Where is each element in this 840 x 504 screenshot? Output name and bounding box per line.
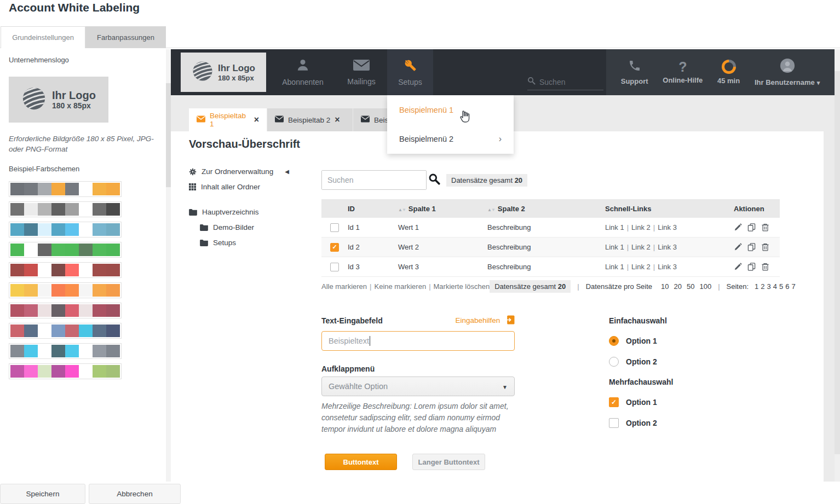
copy-icon[interactable] <box>747 263 756 271</box>
checkbox-option-1[interactable]: Option 1 <box>609 397 657 407</box>
insert-page-icon[interactable] <box>505 315 515 326</box>
cancel-button[interactable]: Abbrechen <box>89 484 181 504</box>
nav-item-setups[interactable]: Setups <box>387 49 433 95</box>
page-number[interactable]: 1 <box>755 282 758 291</box>
radio-option-2[interactable]: Option 2 <box>609 357 657 367</box>
color-scheme-row[interactable] <box>9 242 122 258</box>
page-number[interactable]: 3 <box>767 282 771 291</box>
radio-icon[interactable] <box>609 357 619 367</box>
per-page-option[interactable]: 100 <box>699 282 711 291</box>
row-checkbox[interactable] <box>330 243 339 252</box>
color-swatch <box>65 325 79 337</box>
nav-item-abonnenten[interactable]: Abonnenten <box>278 49 327 95</box>
copy-icon[interactable] <box>747 243 756 251</box>
select-none-link[interactable]: Keine markieren <box>374 282 426 291</box>
edit-icon[interactable] <box>734 243 742 251</box>
quick-link[interactable]: Link 1 <box>605 243 624 251</box>
support-item[interactable]: Support <box>621 59 648 85</box>
row-checkbox[interactable] <box>330 223 339 232</box>
close-icon[interactable] <box>254 115 259 125</box>
sort-icons[interactable] <box>487 207 495 212</box>
tree-item-hauptverzeichnis[interactable]: Hauptverzeichnis <box>189 208 259 216</box>
color-scheme-row[interactable] <box>9 222 122 237</box>
quick-link[interactable]: Link 2 <box>631 263 651 271</box>
primary-button[interactable]: Buttontext <box>325 454 397 470</box>
color-scheme-row[interactable] <box>9 282 122 298</box>
tab-farbanpassungen[interactable]: Farbanpassungen <box>85 26 166 48</box>
secondary-button[interactable]: Langer Buttontext <box>412 454 485 470</box>
per-page-option[interactable]: 50 <box>687 282 694 291</box>
page-number[interactable]: 6 <box>785 282 789 291</box>
text-cursor <box>370 336 370 346</box>
color-swatch <box>106 244 120 256</box>
preview-logo[interactable]: Ihr Logo 180 x 85px <box>181 53 266 92</box>
eingabehilfen-link[interactable]: Eingabehilfen <box>455 316 500 325</box>
globe-logo-icon <box>21 86 47 111</box>
trash-icon[interactable] <box>761 263 769 271</box>
time-item[interactable]: 45 min <box>717 60 740 85</box>
tree-item-ordnerverwaltung[interactable]: Zur Ordnerverwaltung <box>189 167 289 176</box>
edit-icon[interactable] <box>734 223 742 231</box>
company-logo-preview[interactable]: Ihr Logo 180 x 85px <box>9 77 108 123</box>
menu-item-beispielmenu-2[interactable]: Beispielmenü 2 <box>387 124 514 153</box>
quick-link[interactable]: Link 3 <box>658 263 677 271</box>
trash-icon[interactable] <box>761 223 769 231</box>
per-page-option[interactable]: 20 <box>674 282 682 291</box>
color-scheme-row[interactable] <box>9 262 122 278</box>
quick-link[interactable]: Link 3 <box>658 223 677 231</box>
color-swatch <box>65 365 79 378</box>
user-menu[interactable]: Ihr Benutzername <box>755 58 820 86</box>
trash-icon[interactable] <box>761 243 769 251</box>
list-search-field[interactable] <box>321 170 427 190</box>
color-scheme-row[interactable] <box>9 181 122 197</box>
color-scheme-row[interactable] <box>9 303 122 318</box>
tree-item-inhalt-aller-ordner[interactable]: Inhalt aller Ordner <box>189 183 260 191</box>
select-all-link[interactable]: Alle markieren <box>321 282 367 291</box>
header-spalte-1[interactable]: Spalte 1 <box>398 205 487 213</box>
topbar-search-input[interactable] <box>539 78 594 86</box>
list-search-input[interactable] <box>322 171 426 189</box>
page-scrollbar[interactable] <box>835 49 840 482</box>
hand-cursor-icon <box>457 109 471 126</box>
topbar-search[interactable] <box>527 77 603 90</box>
checkbox-icon[interactable] <box>609 418 619 428</box>
sort-icons[interactable] <box>398 207 406 212</box>
text-input-field[interactable]: Beispieltext <box>321 331 515 351</box>
per-page-option[interactable]: 10 <box>661 282 669 291</box>
page-number[interactable]: 4 <box>773 282 777 291</box>
page-number[interactable]: 2 <box>761 282 764 291</box>
copy-icon[interactable] <box>747 223 756 231</box>
tree-item-demo-bilder[interactable]: Demo-Bilder <box>200 223 254 231</box>
preview-tab-1[interactable]: Beispieltab 1 <box>189 108 267 131</box>
menu-item-beispielmenu-1[interactable]: Beispielmenü 1 <box>387 95 514 124</box>
help-item[interactable]: Online-Hilfe <box>663 60 703 84</box>
quick-link[interactable]: Link 2 <box>631 243 651 251</box>
page-number[interactable]: 7 <box>791 282 795 291</box>
radio-icon[interactable] <box>609 336 619 346</box>
preview-tab-2[interactable]: Beispieltab 2 <box>267 108 353 131</box>
quick-link[interactable]: Link 1 <box>605 223 624 231</box>
header-spalte-2[interactable]: Spalte 2 <box>487 205 605 213</box>
quick-link[interactable]: Link 1 <box>605 263 624 271</box>
color-scheme-row[interactable] <box>9 201 122 217</box>
tree-item-setups[interactable]: Setups <box>200 239 236 247</box>
page-number[interactable]: 5 <box>779 282 783 291</box>
radio-option-1[interactable]: Option 1 <box>609 336 657 346</box>
close-icon[interactable] <box>335 115 340 125</box>
color-scheme-row[interactable] <box>9 323 122 339</box>
tab-grundeinstellungen[interactable]: Grundeinstellungen <box>1 26 85 48</box>
dropdown-select[interactable]: Gewählte Option <box>321 376 515 396</box>
quick-link[interactable]: Link 3 <box>658 243 677 251</box>
nav-item-mailings[interactable]: Mailings <box>337 49 386 95</box>
quick-link[interactable]: Link 2 <box>631 223 651 231</box>
edit-icon[interactable] <box>734 263 742 271</box>
scrollbar-thumb[interactable] <box>835 71 840 454</box>
delete-selected-link[interactable]: Markierte löschen <box>434 282 490 291</box>
row-checkbox[interactable] <box>330 263 339 271</box>
search-icon[interactable] <box>428 173 440 187</box>
save-button[interactable]: Speichern <box>0 484 85 504</box>
checkbox-icon[interactable] <box>609 397 619 407</box>
checkbox-option-2[interactable]: Option 2 <box>609 418 657 428</box>
color-scheme-row[interactable] <box>9 363 122 379</box>
color-scheme-row[interactable] <box>9 343 122 359</box>
